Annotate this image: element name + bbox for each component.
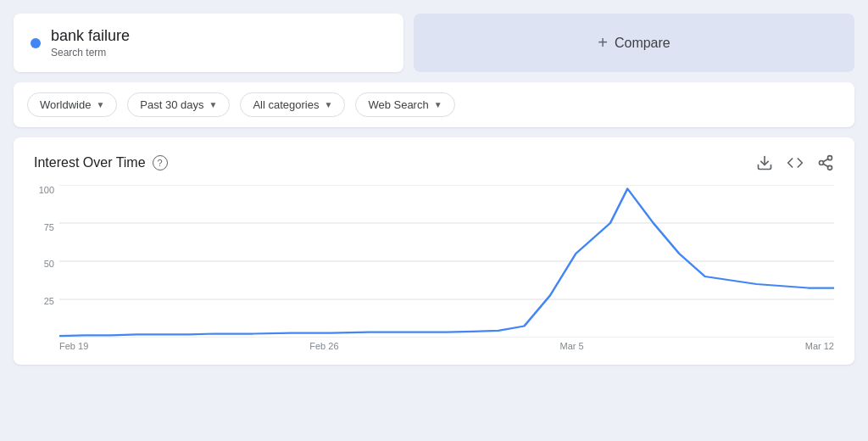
svg-line-4 [823, 164, 828, 166]
x-label-mar5: Mar 5 [560, 341, 584, 351]
region-filter[interactable]: Worldwide ▼ [27, 92, 117, 117]
search-type-filter[interactable]: Web Search ▼ [355, 92, 454, 117]
y-label-25: 25 [44, 296, 54, 306]
time-filter[interactable]: Past 30 days ▼ [127, 92, 230, 117]
y-label-50: 50 [44, 259, 54, 269]
category-filter-label: All categories [253, 98, 319, 111]
category-chevron-icon: ▼ [324, 100, 332, 109]
compare-label: Compare [615, 36, 670, 51]
svg-line-5 [823, 159, 828, 161]
search-term-card: bank failure Search term [14, 14, 403, 72]
compare-card[interactable]: + Compare [414, 14, 854, 72]
search-term-name: bank failure [51, 27, 130, 45]
search-type-filter-label: Web Search [368, 98, 428, 111]
time-filter-label: Past 30 days [140, 98, 203, 111]
y-axis: 100 75 50 25 [34, 185, 59, 351]
share-button[interactable] [817, 154, 834, 171]
help-icon[interactable]: ? [153, 155, 168, 170]
chart-title: Interest Over Time [34, 155, 146, 170]
y-label-100: 100 [39, 185, 54, 195]
x-label-feb19: Feb 19 [59, 341, 88, 351]
x-axis: Feb 19 Feb 26 Mar 5 Mar 12 [59, 338, 834, 351]
chart-actions [756, 154, 834, 171]
download-button[interactable] [756, 154, 773, 171]
search-term-text: bank failure Search term [51, 27, 130, 59]
region-filter-label: Worldwide [40, 98, 91, 111]
chart-header: Interest Over Time ? [34, 154, 834, 171]
x-label-feb26: Feb 26 [309, 341, 338, 351]
compare-plus-icon: + [598, 33, 608, 53]
embed-button[interactable] [787, 154, 804, 171]
chart-svg [59, 185, 834, 338]
top-section: bank failure Search term + Compare [14, 14, 854, 72]
category-filter[interactable]: All categories ▼ [240, 92, 345, 117]
chart-card: Interest Over Time ? [14, 137, 854, 365]
search-term-dot [31, 38, 41, 48]
chart-body: 100 75 50 25 Feb 19 Feb 26 [34, 185, 834, 351]
chart-plot-area: Feb 19 Feb 26 Mar 5 Mar 12 [59, 185, 834, 351]
region-chevron-icon: ▼ [96, 100, 104, 109]
x-label-mar12: Mar 12 [805, 341, 834, 351]
filters-card: Worldwide ▼ Past 30 days ▼ All categorie… [14, 82, 854, 127]
y-label-75: 75 [44, 222, 54, 232]
time-chevron-icon: ▼ [209, 100, 218, 109]
chart-title-group: Interest Over Time ? [34, 155, 168, 170]
search-type-chevron-icon: ▼ [434, 100, 442, 109]
search-term-label: Search term [51, 47, 130, 59]
